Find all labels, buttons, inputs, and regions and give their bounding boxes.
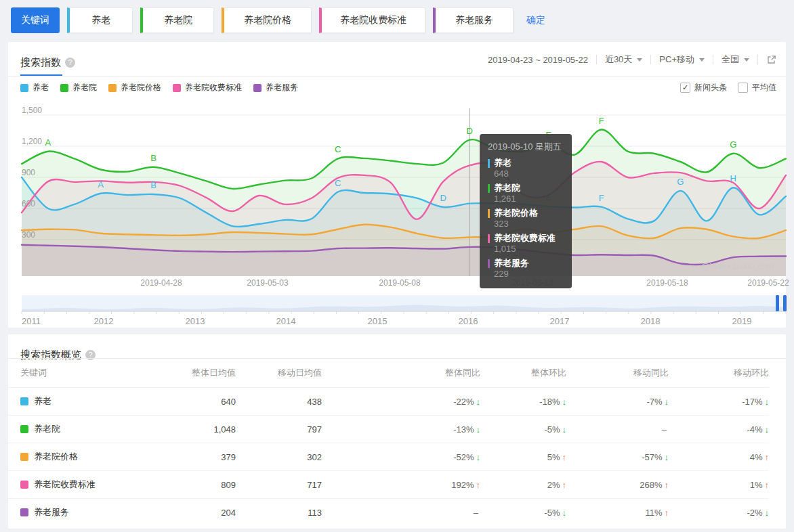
x-axis-tick: 2019-05-22 (747, 278, 789, 288)
overall-mom-value: -5%↓ (480, 424, 566, 435)
time-range-value: 近30天 (605, 53, 632, 66)
legend-label: 养老院 (72, 82, 97, 93)
time-range-select[interactable]: 近30天 (605, 53, 642, 66)
keyword-chip-yanglao-fuwu[interactable]: 养老服务 (433, 7, 514, 33)
average-checkbox[interactable]: 平均值 (738, 82, 776, 93)
table-row[interactable]: 养老服务 204 113 – -5%↓ 11%↑ -2%↓ (8, 498, 769, 526)
region-select[interactable]: 全国 (722, 53, 749, 66)
overall-avg-value: 204 (177, 508, 236, 518)
trend-arrow: ↑ (765, 452, 770, 462)
keyword-name: 养老服务 (34, 506, 69, 518)
x-axis-tick: 2019-05-18 (646, 278, 688, 288)
slider-year-label: 2015 (368, 316, 388, 326)
y-axis-tick: 300 (22, 230, 35, 240)
divider (757, 55, 758, 64)
overall-avg-value: 379 (177, 452, 236, 462)
svg-text:F: F (599, 116, 604, 126)
external-link-icon[interactable] (766, 55, 776, 65)
keyword-chip-yanglaoyuan[interactable]: 养老院 (140, 7, 214, 33)
chart-legend: 养老 养老院 养老院价格 养老院收费标准 养老服务 (20, 82, 298, 93)
svg-text:B: B (150, 153, 156, 163)
mobile-mom-value: -4%↓ (669, 424, 769, 435)
keyword-chip-label: 养老院 (164, 14, 192, 26)
y-axis-tick: 600 (22, 199, 35, 208)
mobile-avg-value: 797 (236, 424, 322, 435)
col-header-overall-yoy: 整体同比 (322, 367, 480, 379)
news-headline-checkbox[interactable]: ✓ 新闻头条 (680, 82, 727, 93)
svg-text:D: D (440, 193, 446, 203)
overall-avg-value: 809 (177, 480, 236, 490)
date-range[interactable]: 2019-04-23 ~ 2019-05-22 (488, 55, 588, 65)
series-color-bar (488, 234, 490, 243)
keyword-swatch (20, 397, 28, 405)
x-axis-tick: 2019-05-03 (247, 278, 288, 288)
legend-item-yanglaoyuan[interactable]: 养老院 (60, 82, 97, 93)
trend-arrow: ↑ (765, 480, 770, 490)
trend-line-chart[interactable]: ABCDEFGHABCDEFG (22, 108, 786, 279)
keyword-swatch (20, 508, 28, 516)
mobile-mom-value: -2%↓ (669, 508, 769, 518)
svg-text:A: A (98, 179, 104, 190)
overall-yoy-value: – (322, 508, 480, 518)
svg-text:D: D (467, 126, 473, 136)
mobile-avg-value: 113 (236, 508, 322, 518)
keyword-button[interactable]: 关键词 (11, 7, 60, 33)
x-axis-tick: 2019-05-08 (379, 278, 420, 288)
divider (713, 55, 713, 64)
overall-mom-value: 2%↑ (480, 480, 566, 490)
search-index-card: 搜索指数 ? 2019-04-23 ~ 2019-05-22 近30天 PC+移… (8, 42, 786, 328)
col-header-keyword: 关键词 (8, 367, 177, 379)
chart-tooltip: 2019-05-10 星期五 养老 648 养老院 1,261 养老院价格 32… (480, 134, 572, 288)
table-row[interactable]: 养老院 1,048 797 -13%↓ -5%↓ – -4%↓ (8, 415, 769, 443)
mobile-avg-value: 302 (236, 452, 322, 462)
slider-year-label: 2014 (276, 316, 296, 326)
checkbox-unchecked-icon (738, 83, 748, 93)
confirm-link[interactable]: 确定 (526, 14, 545, 26)
trend-arrow: ↓ (765, 508, 770, 518)
series-color-bar (488, 259, 490, 268)
overall-yoy-value: -52%↓ (322, 452, 480, 462)
series-color-bar (488, 159, 490, 168)
watermark: @index.baidu.com (701, 261, 774, 271)
legend-label: 养老院收费标准 (185, 82, 242, 93)
keyword-name: 养老院收费标准 (34, 479, 96, 491)
device-select[interactable]: PC+移动 (659, 53, 705, 66)
legend-item-yanglao[interactable]: 养老 (20, 82, 49, 93)
chevron-down-icon (744, 58, 749, 62)
timeline-slider[interactable] (22, 295, 787, 315)
keyword-chip-shoufei-biaozhun[interactable]: 养老院收费标准 (319, 7, 425, 33)
col-header-overall-mom: 整体环比 (480, 367, 566, 379)
keyword-toolbar: 关键词 养老 养老院 养老院价格 养老院收费标准 养老服务 确定 (11, 7, 545, 33)
slider-year-label: 2011 (22, 316, 41, 326)
series-color-bar (488, 209, 490, 218)
help-icon[interactable]: ? (65, 58, 75, 68)
keyword-swatch (20, 481, 28, 489)
col-header-overall-avg: 整体日均值 (177, 367, 236, 379)
legend-item-shoufei[interactable]: 养老院收费标准 (173, 82, 242, 93)
legend-swatch (253, 84, 262, 92)
table-row[interactable]: 养老 640 438 -22%↓ -18%↓ -7%↓ -17%↓ (8, 387, 769, 415)
x-axis-tick: 2019-04-28 (140, 278, 182, 288)
trend-arrow: ↓ (765, 397, 770, 407)
keyword-chip-yanglao[interactable]: 养老 (67, 7, 133, 33)
legend-item-jiage[interactable]: 养老院价格 (108, 82, 161, 93)
checkbox-label: 新闻头条 (694, 82, 727, 93)
legend-item-fuwu[interactable]: 养老服务 (253, 82, 298, 93)
mobile-mom-value: -17%↓ (669, 397, 769, 407)
keyword-chip-label: 养老院收费标准 (340, 14, 406, 26)
mobile-avg-value: 438 (236, 397, 322, 407)
table-row[interactable]: 养老院收费标准 809 717 192%↑ 2%↑ 268%↑ 1%↑ (8, 470, 769, 498)
svg-text:G: G (730, 139, 736, 150)
slider-year-label: 2012 (94, 316, 114, 326)
region-value: 全国 (722, 53, 739, 66)
series-color-bar (488, 184, 490, 193)
keyword-chip-yanglaoyuan-jiage[interactable]: 养老院价格 (222, 7, 312, 33)
svg-text:A: A (45, 137, 51, 148)
keyword-name: 养老院 (34, 423, 60, 435)
legend-label: 养老服务 (266, 82, 298, 93)
table-row[interactable]: 养老院价格 379 302 -52%↓ 5%↑ -57%↓ 4%↑ (8, 443, 769, 470)
col-header-mobile-yoy: 移动同比 (566, 367, 669, 379)
keyword-chip-label: 养老服务 (455, 14, 493, 26)
legend-swatch (20, 84, 28, 92)
svg-text:F: F (599, 193, 604, 203)
